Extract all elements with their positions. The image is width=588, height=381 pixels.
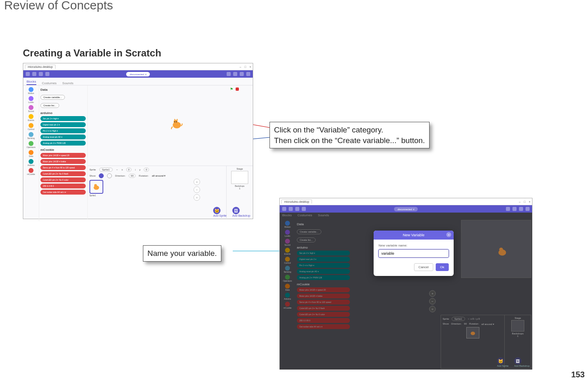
block[interactable]: Digital read pin 2 ▾ [40, 122, 86, 127]
green-flag-icon[interactable]: ⚑ [230, 87, 233, 91]
block[interactable]: ColorLED pin 2 ▾ No 0 color [40, 177, 86, 182]
menu-icon[interactable] [282, 207, 286, 211]
tab-sounds[interactable]: Sounds [318, 213, 329, 217]
category-sensing[interactable]: Sensing [284, 266, 291, 273]
menu-icon[interactable] [246, 72, 250, 76]
add-backdrop-button[interactable]: 🖼 [232, 207, 240, 214]
block[interactable]: 255 G 0 B 0 [297, 318, 350, 323]
block[interactable]: Motor pins 1A/1B ▾ speed 20 [297, 287, 350, 292]
dialog-close-icon[interactable]: × [446, 232, 451, 237]
create-variable-button[interactable]: Create variable... [297, 229, 321, 234]
menu-icon[interactable] [39, 72, 43, 76]
sprite-name-field[interactable]: Sprite1 [452, 317, 465, 321]
x-field[interactable]: 0 [126, 168, 131, 172]
category-data[interactable]: Data [29, 150, 33, 157]
zoom-out-icon[interactable]: − [194, 186, 200, 193]
category-operators[interactable]: Operators [27, 141, 36, 148]
category-looks[interactable]: Looks [285, 230, 290, 237]
category-events[interactable]: Events [28, 114, 34, 121]
block[interactable]: Servo pin 4 ▾ from 90 to 120 speed [297, 300, 350, 305]
zoom-reset-icon[interactable]: = [429, 306, 436, 312]
block[interactable]: Servo pin 4 ▾ from 90 to 120 speed [40, 165, 86, 170]
sprite-thumbnail[interactable] [89, 180, 103, 194]
variable-name-input[interactable] [379, 249, 449, 258]
stage-thumbnail[interactable] [231, 171, 248, 184]
category-operators[interactable]: Operators [283, 275, 292, 282]
category-data[interactable]: Data [285, 284, 290, 291]
category-mcookie[interactable]: mCookie [27, 168, 35, 175]
connection-chip[interactable]: disconnected ∨ [126, 72, 149, 76]
tab-costumes[interactable]: Costumes [298, 213, 312, 217]
category-motion[interactable]: Motion [284, 221, 290, 228]
block[interactable]: Digital read pin 2 ▾ [297, 257, 350, 262]
menu-icon[interactable] [526, 207, 530, 211]
block[interactable]: Analog reset pin A0 ▾ [40, 134, 86, 139]
show-toggle-off[interactable] [107, 173, 112, 178]
window-minimize-icon[interactable]: – [240, 65, 241, 68]
tab-sounds[interactable]: Sounds [62, 81, 74, 85]
sprite-name-field[interactable]: Sprite1 [99, 168, 113, 172]
block[interactable]: Analog pin 2 ▾ PWM 128 [40, 141, 86, 146]
menu-icon[interactable] [519, 207, 523, 211]
cancel-button[interactable]: Cancel [414, 263, 433, 271]
menu-icon[interactable] [32, 72, 36, 76]
zoom-in-icon[interactable]: + [429, 290, 436, 297]
menu-icon[interactable] [233, 72, 237, 76]
window-close-icon[interactable]: × [249, 65, 251, 68]
ok-button[interactable]: Ok [436, 263, 449, 271]
category-sound[interactable]: Sound [285, 239, 290, 246]
category-mcookie[interactable]: mCookie [283, 302, 292, 309]
category-motion[interactable]: Motion [28, 87, 34, 94]
create-variable-button[interactable]: Create variable... [40, 95, 65, 100]
block[interactable]: Get rocker side A4 vel x ▾ [297, 324, 350, 329]
zoom-in-icon[interactable]: + [194, 179, 200, 185]
block[interactable]: Set pin 2 ▾ high ▾ [40, 116, 86, 121]
menu-icon[interactable] [26, 72, 30, 76]
show-toggle-on[interactable] [99, 173, 104, 178]
block[interactable]: Get rocker side A4 vel x ▾ [40, 190, 86, 195]
block[interactable]: Set pin 2 ▾ high ▾ [297, 251, 350, 255]
category-looks[interactable]: Looks [28, 96, 33, 103]
add-sprite-button[interactable]: 🐱 [497, 357, 504, 365]
add-backdrop-button[interactable]: 🖼 [514, 357, 521, 365]
menu-icon[interactable] [302, 207, 306, 211]
sprite-thumbnail[interactable] [466, 327, 479, 338]
tab-blocks[interactable]: Blocks [27, 80, 36, 85]
block[interactable]: 255 G 0 B 0 [40, 184, 86, 188]
menu-icon[interactable] [506, 207, 510, 211]
block[interactable]: Analog reset pin A0 ▾ [297, 269, 350, 274]
add-sprite-button[interactable]: 🐱 [213, 207, 220, 214]
direction-field[interactable]: 90 [129, 174, 136, 178]
block[interactable]: Pin 2 ▾ is High ▾ [297, 263, 350, 268]
category-arduino[interactable]: Arduino [27, 159, 34, 166]
connection-chip[interactable]: disconnected ∨ [394, 207, 417, 211]
block[interactable]: Pin 2 ▾ is High ▾ [40, 128, 86, 133]
create-list-button[interactable]: Create list... [297, 238, 316, 242]
category-control[interactable]: Control [284, 257, 291, 264]
category-events[interactable]: Events [284, 248, 290, 255]
block[interactable]: Motor pins 1A/1B ▾ speed 20 [40, 153, 86, 158]
block[interactable]: Motor pins 1A/1B ▾ brake [40, 159, 86, 164]
create-list-button[interactable]: Create list... [40, 103, 59, 108]
window-maximize-icon[interactable]: □ [524, 200, 526, 203]
rotation-field[interactable]: all around ▾ [152, 174, 165, 177]
block[interactable]: Motor pins 1A/1B ▾ brake [297, 294, 350, 298]
menu-icon[interactable] [227, 72, 231, 76]
zoom-reset-icon[interactable]: = [194, 194, 200, 201]
window-close-icon[interactable]: × [529, 200, 530, 203]
stage-thumbnail[interactable] [511, 320, 524, 332]
menu-icon[interactable] [289, 207, 293, 211]
tab-blocks[interactable]: Blocks [282, 213, 292, 217]
menu-icon[interactable] [45, 72, 49, 76]
window-maximize-icon[interactable]: □ [245, 65, 246, 68]
zoom-out-icon[interactable]: − [429, 298, 436, 305]
category-sound[interactable]: Sound [28, 105, 34, 112]
block[interactable]: ColorLED pin 2 ▾ No 0 flash [40, 171, 86, 176]
category-arduino[interactable]: Arduino [284, 293, 291, 300]
category-control[interactable]: Control [28, 123, 34, 130]
block[interactable]: Analog pin 2 ▾ PWM 128 [297, 275, 350, 280]
menu-icon[interactable] [240, 72, 244, 76]
menu-icon[interactable] [295, 207, 299, 211]
menu-icon[interactable] [512, 207, 517, 211]
block[interactable]: ColorLED pin 2 ▾ No 0 flash [297, 306, 350, 311]
